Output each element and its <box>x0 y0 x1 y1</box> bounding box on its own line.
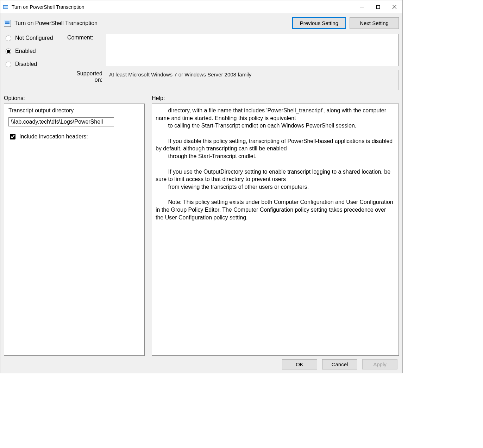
window-controls <box>354 1 402 13</box>
options-section-label: Options: <box>4 95 152 101</box>
apply-button[interactable]: Apply <box>362 359 397 369</box>
radio-enabled-label: Enabled <box>15 48 36 54</box>
previous-setting-button[interactable]: Previous Setting <box>292 17 346 29</box>
radio-disabled-input[interactable] <box>6 62 11 67</box>
help-section-label: Help: <box>152 95 399 101</box>
help-para-3: If you use the OutputDirectory setting t… <box>156 168 395 191</box>
output-directory-input[interactable] <box>8 117 114 126</box>
radio-not-configured-label: Not Configured <box>15 35 53 41</box>
radio-disabled[interactable]: Disabled <box>4 61 64 67</box>
dialog-footer: OK Cancel Apply <box>4 356 399 370</box>
policy-icon <box>4 20 11 27</box>
minimize-button[interactable] <box>354 1 370 13</box>
ok-button[interactable]: OK <box>282 359 317 369</box>
dialog-window: Turn on PowerShell Transcription Turn on… <box>0 0 403 373</box>
radio-enabled[interactable]: Enabled <box>4 48 64 54</box>
output-directory-label: Transcript output directory <box>8 107 140 114</box>
supported-on-label: Supported on: <box>67 70 102 90</box>
cancel-button[interactable]: Cancel <box>322 359 357 369</box>
title-bar: Turn on PowerShell Transcription <box>0 0 402 14</box>
policy-title: Turn on PowerShell Transcription <box>14 20 98 26</box>
radio-not-configured-input[interactable] <box>6 36 11 41</box>
state-comment-grid: Not Configured Enabled Disabled Comment:… <box>4 34 399 90</box>
radio-disabled-label: Disabled <box>15 61 37 67</box>
help-panel[interactable]: directory, with a file name that include… <box>152 104 399 356</box>
app-icon <box>2 4 9 10</box>
include-headers-label: Include invocation headers: <box>19 133 88 140</box>
radio-enabled-input[interactable] <box>6 49 11 54</box>
supported-on-value: At least Microsoft Windows 7 or Windows … <box>106 70 399 90</box>
dialog-content: Turn on PowerShell Transcription Previou… <box>0 14 402 373</box>
header-row: Turn on PowerShell Transcription Previou… <box>4 17 399 29</box>
maximize-button[interactable] <box>370 1 386 13</box>
close-button[interactable] <box>386 1 402 13</box>
help-para-1: directory, with a file name that include… <box>156 107 395 130</box>
help-para-4: Note: This policy setting exists under b… <box>156 198 395 221</box>
svg-rect-1 <box>4 6 8 8</box>
comment-label: Comment: <box>67 34 102 66</box>
next-setting-button[interactable]: Next Setting <box>350 17 399 29</box>
help-para-2: If you disable this policy setting, tran… <box>156 137 395 160</box>
panels-row: Transcript output directory Include invo… <box>4 104 399 356</box>
window-title: Turn on PowerShell Transcription <box>12 4 84 10</box>
radio-not-configured[interactable]: Not Configured <box>4 35 64 41</box>
include-headers-checkbox[interactable] <box>10 134 15 139</box>
comment-textarea[interactable] <box>106 34 399 66</box>
svg-rect-3 <box>377 5 380 8</box>
options-panel: Transcript output directory Include invo… <box>4 104 145 356</box>
include-headers-row[interactable]: Include invocation headers: <box>8 133 140 141</box>
section-labels: Options: Help: <box>4 95 399 101</box>
